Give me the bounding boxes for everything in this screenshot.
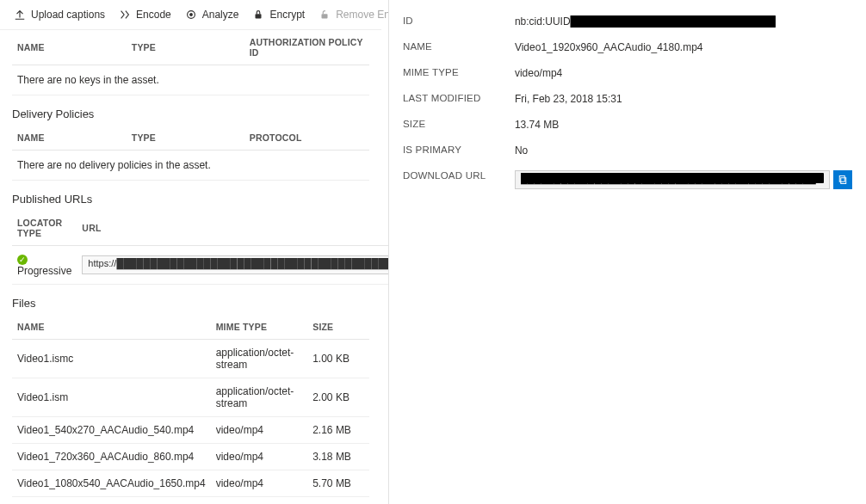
file-size-cell: 5.70 MB xyxy=(307,470,369,497)
file-size-cell: 8.82 MB xyxy=(307,497,369,505)
delivery-th-type[interactable]: TYPE xyxy=(127,126,244,151)
detail-value-size: 13.74 MB xyxy=(515,119,852,131)
file-size-cell: 2.00 KB xyxy=(307,378,369,417)
url-field[interactable]: https://████████████████████████████████… xyxy=(82,255,389,274)
url-row[interactable]: ✓Progressive https://███████████████████… xyxy=(12,246,389,285)
url-cell: https://████████████████████████████████… xyxy=(77,246,389,285)
detail-label-primary: IS PRIMARY xyxy=(403,144,515,157)
keys-th-type[interactable]: TYPE xyxy=(127,30,244,65)
detail-label-mime: MIME TYPE xyxy=(403,67,515,79)
files-th-mime[interactable]: MIME TYPE xyxy=(211,315,308,340)
urls-table: LOCATOR TYPE URL ✓Progressive https://██… xyxy=(12,211,389,285)
file-name-cell: Video1.ism xyxy=(12,378,211,417)
svg-rect-9 xyxy=(839,176,844,182)
copy-download-url-button[interactable] xyxy=(833,170,852,189)
detail-value-lastmod: Fri, Feb 23, 2018 15:31 xyxy=(515,93,852,105)
file-row[interactable]: Video1_720x360_AACAudio_860.mp4 video/mp… xyxy=(12,444,369,470)
remove-encryption-button: Remove Encryption xyxy=(312,5,389,24)
keys-table: NAME TYPE AUTHORIZATION POLICY ID There … xyxy=(12,30,369,95)
toolbar: Upload captions Encode Analyze Encrypt R… xyxy=(0,0,381,30)
file-name-cell: Video1_1440x720_AACAudio_2620.mp4 xyxy=(12,497,211,505)
urls-th-url[interactable]: URL xyxy=(77,211,389,246)
keys-th-name[interactable]: NAME xyxy=(12,30,127,65)
download-url-field[interactable]: ████████████████████████████████████████… xyxy=(515,170,830,189)
locator-cell: ✓Progressive xyxy=(12,246,77,285)
upload-icon xyxy=(14,9,26,21)
analyze-button[interactable]: Analyze xyxy=(178,5,246,24)
delivery-th-name[interactable]: NAME xyxy=(12,126,127,151)
delivery-th-protocol[interactable]: PROTOCOL xyxy=(244,126,369,151)
detail-label-name: NAME xyxy=(403,41,515,53)
file-row[interactable]: Video1_540x270_AACAudio_540.mp4 video/mp… xyxy=(12,417,369,444)
upload-captions-button[interactable]: Upload captions xyxy=(7,5,112,24)
file-size-cell: 3.18 MB xyxy=(307,444,369,470)
urls-th-locator[interactable]: LOCATOR TYPE xyxy=(12,211,77,246)
delivery-table: NAME TYPE PROTOCOL There are no delivery… xyxy=(12,126,369,181)
file-size-cell: 2.16 MB xyxy=(307,417,369,444)
file-mime-cell: video/mp4 xyxy=(211,444,308,470)
detail-label-lastmod: LAST MODIFIED xyxy=(403,93,515,105)
files-table: NAME MIME TYPE SIZE Video1.ismc applicat… xyxy=(12,315,369,504)
encode-button[interactable]: Encode xyxy=(112,5,178,24)
files-title: Files xyxy=(0,285,381,315)
encrypt-button[interactable]: Encrypt xyxy=(245,5,312,24)
files-th-size[interactable]: SIZE xyxy=(307,315,369,340)
delivery-empty: There are no delivery policies in the as… xyxy=(12,151,369,181)
svg-point-1 xyxy=(189,14,192,16)
file-row[interactable]: Video1.ism application/octet-stream 2.00… xyxy=(12,378,369,417)
detail-value-mime: video/mp4 xyxy=(515,67,852,79)
svg-rect-8 xyxy=(841,178,846,184)
left-panel: Upload captions Encode Analyze Encrypt R… xyxy=(0,0,389,504)
copy-icon xyxy=(838,175,848,185)
status-ok-icon: ✓ xyxy=(17,255,28,265)
detail-label-size: SIZE xyxy=(403,119,515,131)
file-row[interactable]: Video1_1080x540_AACAudio_1650.mp4 video/… xyxy=(12,470,369,497)
file-name-cell: Video1.ismc xyxy=(12,340,211,378)
detail-value-primary: No xyxy=(515,144,852,157)
detail-value-name: Video1_1920x960_AACAudio_4180.mp4 xyxy=(515,41,852,53)
file-size-cell: 1.00 KB xyxy=(307,340,369,378)
detail-value-id: nb:cid:UUID████████████████████████████ xyxy=(515,15,852,28)
file-name-cell: Video1_1080x540_AACAudio_1650.mp4 xyxy=(12,470,211,497)
file-name-cell: Video1_720x360_AACAudio_860.mp4 xyxy=(12,444,211,470)
svg-rect-3 xyxy=(322,14,328,18)
file-row[interactable]: Video1_1440x720_AACAudio_2620.mp4 video/… xyxy=(12,497,369,505)
file-name-cell: Video1_540x270_AACAudio_540.mp4 xyxy=(12,417,211,444)
file-row[interactable]: Video1.ismc application/octet-stream 1.0… xyxy=(12,340,369,378)
lock-icon xyxy=(252,9,264,21)
analyze-icon xyxy=(185,9,197,21)
unlock-icon xyxy=(319,9,331,21)
delivery-title: Delivery Policies xyxy=(0,95,381,126)
file-mime-cell: video/mp4 xyxy=(211,497,308,505)
svg-rect-2 xyxy=(256,14,262,18)
file-mime-cell: video/mp4 xyxy=(211,470,308,497)
keys-empty: There are no keys in the asset. xyxy=(12,65,369,95)
detail-label-dlurl: DOWNLOAD URL xyxy=(403,170,515,189)
keys-th-policy[interactable]: AUTHORIZATION POLICY ID xyxy=(244,30,369,65)
file-mime-cell: application/octet-stream xyxy=(211,340,308,378)
encode-icon xyxy=(119,9,131,21)
file-mime-cell: video/mp4 xyxy=(211,417,308,444)
details-panel: ID nb:cid:UUID██████████████████████████… xyxy=(389,0,866,504)
detail-label-id: ID xyxy=(403,15,515,28)
files-th-name[interactable]: NAME xyxy=(12,315,211,340)
urls-title: Published URLs xyxy=(0,181,381,211)
file-mime-cell: application/octet-stream xyxy=(211,378,308,417)
